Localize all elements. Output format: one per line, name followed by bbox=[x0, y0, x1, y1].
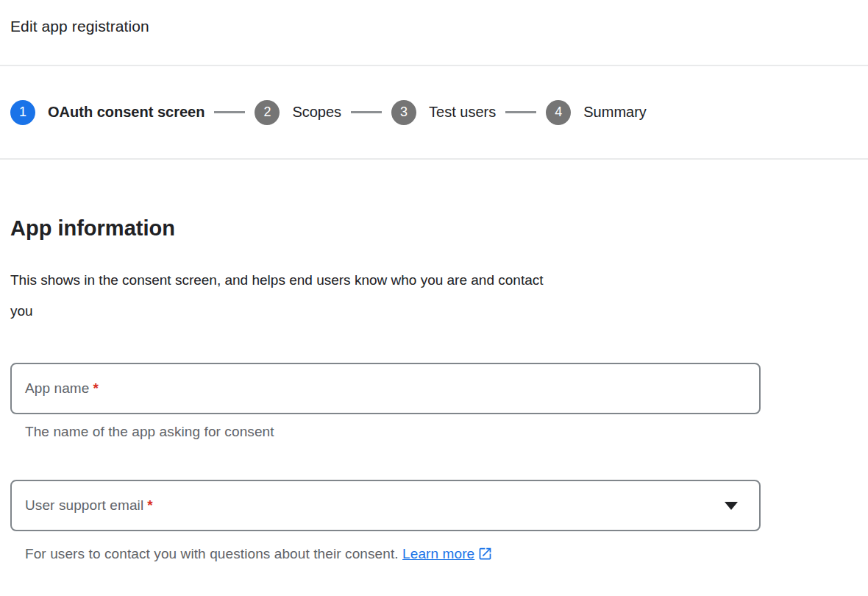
step-connector bbox=[351, 111, 382, 113]
required-asterisk: * bbox=[93, 380, 98, 397]
step-connector bbox=[214, 111, 245, 113]
app-name-input[interactable]: App name * bbox=[10, 363, 761, 414]
required-asterisk: * bbox=[147, 497, 152, 514]
step-connector bbox=[505, 111, 536, 113]
step-oauth-consent-screen[interactable]: 1 OAuth consent screen bbox=[10, 100, 204, 125]
step-number-badge: 1 bbox=[10, 100, 35, 125]
step-number-badge: 2 bbox=[255, 100, 280, 125]
section-heading: App information bbox=[10, 216, 858, 241]
learn-more-link[interactable]: Learn more bbox=[402, 546, 474, 561]
page-header: Edit app registration bbox=[0, 0, 868, 66]
section-description: This shows in the consent screen, and he… bbox=[10, 265, 858, 327]
step-label: Scopes bbox=[292, 104, 341, 121]
stepper: 1 OAuth consent screen 2 Scopes 3 Test u… bbox=[0, 66, 868, 160]
user-support-email-helper-text: For users to contact you with questions … bbox=[25, 546, 858, 562]
step-label: OAuth consent screen bbox=[48, 104, 204, 121]
step-label: Summary bbox=[583, 104, 647, 121]
step-number-badge: 4 bbox=[546, 100, 571, 125]
external-link-icon bbox=[477, 546, 493, 561]
user-support-email-label: User support email bbox=[25, 497, 143, 514]
section-description-line1: This shows in the consent screen, and he… bbox=[10, 265, 858, 296]
step-scopes[interactable]: 2 Scopes bbox=[255, 100, 341, 125]
app-information-section: App information This shows in the consen… bbox=[0, 160, 868, 562]
page-title: Edit app registration bbox=[10, 18, 858, 35]
helper-text-content: For users to contact you with questions … bbox=[25, 546, 399, 561]
app-name-field-group: App name * The name of the app asking fo… bbox=[10, 363, 858, 440]
section-description-line2: you bbox=[10, 296, 858, 327]
step-number-badge: 3 bbox=[391, 100, 416, 125]
dropdown-arrow-icon bbox=[725, 502, 738, 510]
step-label: Test users bbox=[429, 104, 496, 121]
step-summary[interactable]: 4 Summary bbox=[546, 100, 647, 125]
user-support-email-field-group: User support email * For users to contac… bbox=[10, 480, 858, 562]
app-name-helper-text: The name of the app asking for consent bbox=[25, 424, 858, 440]
step-test-users[interactable]: 3 Test users bbox=[391, 100, 496, 125]
app-name-label: App name bbox=[25, 380, 89, 397]
user-support-email-select[interactable]: User support email * bbox=[10, 480, 761, 531]
